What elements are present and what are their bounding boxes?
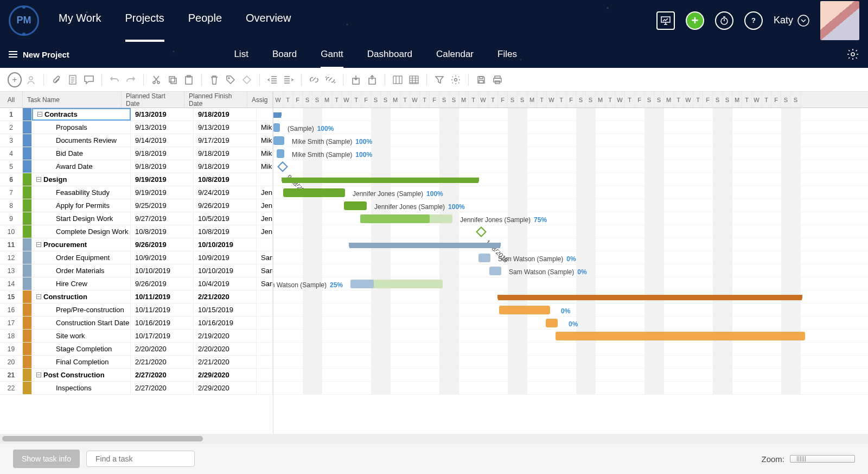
print-icon[interactable] (490, 73, 505, 87)
task-name-cell[interactable]: Procurement (32, 238, 131, 251)
task-name-cell[interactable]: Contracts (32, 108, 131, 121)
table-row[interactable]: 17Construction Start Date10/16/201910/16… (0, 317, 273, 330)
start-date-cell[interactable]: 10/11/2019 (131, 290, 194, 303)
gantt-milestone[interactable]: 10/8/2019 (476, 226, 487, 237)
finish-date-cell[interactable]: 2/21/2020 (194, 290, 257, 303)
find-task-input[interactable] (95, 454, 190, 463)
task-name-cell[interactable]: Apply for Permits (32, 199, 131, 212)
table-row[interactable]: 7Feasability Study9/19/20199/24/2019Jenn… (0, 186, 273, 199)
col-header-start[interactable]: Planned Start Date (122, 92, 184, 108)
assign-icon[interactable] (24, 73, 38, 87)
table-row[interactable]: 10Complete Design Work10/8/201910/8/2019… (0, 225, 273, 238)
start-date-cell[interactable]: 10/8/2019 (131, 225, 194, 238)
delete-icon[interactable] (207, 73, 221, 87)
gantt-task-bar[interactable]: Jennifer Jones (Sample)100% (344, 201, 367, 210)
assignee-cell[interactable] (257, 108, 273, 121)
gantt-row[interactable] (273, 369, 868, 382)
finish-date-cell[interactable]: 9/18/2019 (194, 147, 257, 160)
import-icon[interactable] (349, 73, 363, 87)
table-row[interactable]: 22Inspections2/27/20202/29/2020 (0, 382, 273, 395)
table-row[interactable]: 8Apply for Permits9/25/20199/26/2019Jenn… (0, 199, 273, 212)
table-row[interactable]: 15Construction10/11/20192/21/2020 (0, 290, 273, 304)
task-name-cell[interactable]: Construction (32, 290, 131, 303)
task-name-cell[interactable]: Start Design Work (32, 212, 131, 225)
collapse-icon[interactable] (36, 294, 41, 299)
nav-tab-projects[interactable]: Projects (125, 12, 164, 29)
nav-tab-people[interactable]: People (188, 12, 222, 29)
finish-date-cell[interactable]: 10/10/2019 (194, 264, 257, 277)
add-task-icon[interactable]: + (8, 73, 22, 87)
start-date-cell[interactable]: 2/27/2020 (131, 369, 194, 381)
task-name-cell[interactable]: Bid Date (32, 147, 131, 160)
task-name-cell[interactable]: Post Construction (32, 369, 131, 381)
gantt-row[interactable]: Sam Watson (Sample)0% (273, 264, 868, 277)
gantt-task-bar[interactable]: 0% (499, 306, 550, 314)
finish-date-cell[interactable]: 9/26/2019 (194, 199, 257, 212)
assignee-cell[interactable] (257, 290, 273, 303)
grid-icon[interactable] (407, 73, 421, 87)
presentation-icon[interactable] (656, 11, 675, 30)
col-header-assignee[interactable]: Assig (247, 92, 273, 108)
task-name-cell[interactable]: Prep/Pre-construction (32, 304, 131, 316)
find-task[interactable] (86, 451, 195, 467)
assignee-cell[interactable] (257, 330, 273, 342)
help-icon[interactable]: ? (744, 11, 763, 30)
assignee-cell[interactable] (257, 173, 273, 186)
finish-date-cell[interactable]: 10/8/2019 (194, 173, 257, 186)
start-date-cell[interactable]: 2/27/2020 (131, 382, 194, 394)
start-date-cell[interactable]: 9/26/2019 (131, 277, 194, 290)
gantt-row[interactable]: 9/18/2019 (273, 160, 868, 173)
save-icon[interactable] (474, 73, 488, 87)
view-tab-calendar[interactable]: Calendar (436, 46, 474, 63)
cut-icon[interactable] (149, 73, 163, 87)
comment-icon[interactable] (82, 73, 96, 87)
task-name-cell[interactable]: Construction Start Date (32, 317, 131, 329)
view-tab-list[interactable]: List (234, 46, 248, 63)
paste-icon[interactable] (182, 73, 196, 87)
zoom-slider[interactable] (790, 455, 855, 463)
collapse-icon[interactable] (36, 372, 41, 377)
table-row[interactable]: 6Design9/19/201910/8/2019 (0, 173, 273, 186)
export-icon[interactable] (365, 73, 379, 87)
finish-date-cell[interactable]: 10/9/2019 (194, 251, 257, 264)
finish-date-cell[interactable]: 9/18/2019 (194, 160, 257, 173)
gantt-row[interactable] (273, 343, 868, 356)
gantt-row[interactable] (273, 330, 868, 343)
start-date-cell[interactable]: 9/14/2019 (131, 134, 194, 147)
gantt-row[interactable]: Mike Smith (Sample)100% (273, 134, 868, 147)
table-row[interactable]: 18Site work10/17/20192/19/2020 (0, 330, 273, 343)
start-date-cell[interactable]: 9/26/2019 (131, 238, 194, 251)
gantt-summary-bar[interactable] (349, 243, 500, 248)
tag-icon[interactable] (224, 73, 238, 87)
notes-icon[interactable] (66, 73, 80, 87)
settings-icon[interactable] (846, 48, 859, 61)
start-date-cell[interactable]: 9/27/2019 (131, 212, 194, 225)
gantt-row[interactable]: Sam Watson (Sample)0% (273, 251, 868, 264)
finish-date-cell[interactable]: 10/5/2019 (194, 212, 257, 225)
gantt-row[interactable] (273, 382, 868, 395)
undo-icon[interactable] (107, 73, 122, 87)
task-name-cell[interactable]: Stage Completion (32, 343, 131, 355)
gantt-row[interactable] (273, 108, 868, 121)
finish-date-cell[interactable]: 10/8/2019 (194, 225, 257, 238)
filter-icon[interactable] (432, 73, 446, 87)
table-row[interactable]: 21Post Construction2/27/20202/29/2020 (0, 369, 273, 382)
user-menu[interactable]: Katy (774, 15, 809, 27)
gantt-row[interactable]: 10/8/2019 (273, 225, 868, 238)
finish-date-cell[interactable]: 2/20/2020 (194, 343, 257, 355)
gantt-task-bar[interactable]: 0% (546, 319, 558, 327)
finish-date-cell[interactable]: 10/4/2019 (194, 277, 257, 290)
finish-date-cell[interactable]: 2/21/2020 (194, 356, 257, 368)
view-tab-gantt[interactable]: Gantt (321, 46, 343, 63)
task-name-cell[interactable]: Complete Design Work (32, 225, 131, 238)
table-row[interactable]: 19Stage Completion2/20/20202/20/2020 (0, 343, 273, 356)
collapse-icon[interactable] (36, 242, 41, 247)
gantt-row[interactable] (273, 290, 868, 304)
gantt-row[interactable]: Sam Watson (Sample)25% (273, 277, 868, 290)
assignee-cell[interactable] (257, 304, 273, 316)
assignee-cell[interactable]: Sam W (257, 251, 273, 264)
gantt-row[interactable]: (Sample)100% (273, 121, 868, 134)
outdent-icon[interactable] (265, 73, 279, 87)
gantt-task-bar[interactable]: (Sample)100% (273, 123, 280, 132)
start-date-cell[interactable]: 9/19/2019 (131, 173, 194, 186)
